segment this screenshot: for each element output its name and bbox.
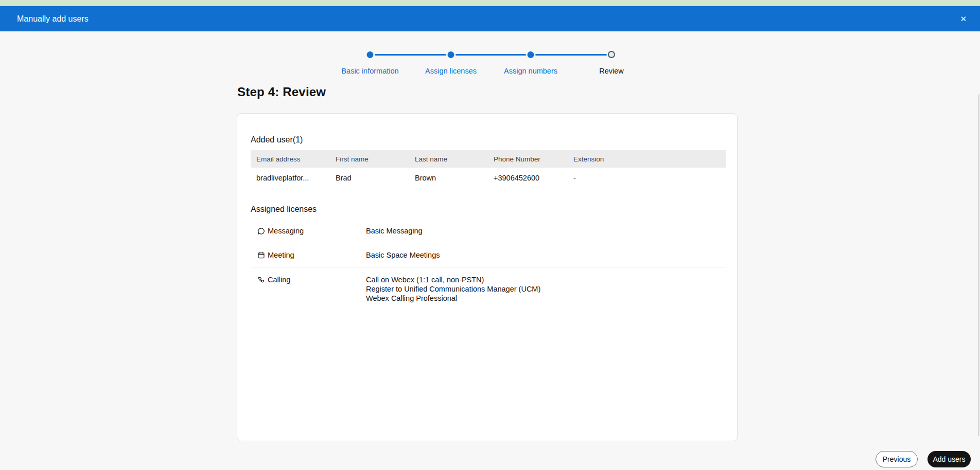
license-row-meeting: Meeting Basic Space Meetings	[251, 243, 726, 267]
column-header-email: Email address	[251, 150, 330, 168]
license-value: Register to Unified Communications Manag…	[366, 284, 540, 294]
license-row-calling: Calling Call on Webex (1:1 call, non-PST…	[251, 267, 726, 310]
cell-firstname: Brad	[330, 168, 409, 189]
step-label-review: Review	[599, 67, 624, 75]
table-header-row: Email address First name Last name Phone…	[251, 150, 726, 168]
cell-phone: +3906452600	[488, 168, 568, 189]
license-row-messaging: Messaging Basic Messaging	[251, 219, 726, 243]
top-accent-strip	[0, 0, 980, 6]
license-values: Basic Messaging	[366, 226, 423, 236]
step-label-assign-licenses[interactable]: Assign licenses	[425, 67, 477, 75]
column-header-extension: Extension	[568, 150, 726, 168]
step-dot-review	[608, 51, 615, 58]
license-value: Basic Messaging	[366, 226, 423, 236]
column-header-phone: Phone Number	[488, 150, 568, 168]
step-connector	[535, 54, 607, 56]
chat-icon	[257, 227, 265, 235]
license-label: Messaging	[268, 226, 304, 236]
license-value: Webex Calling Professional	[366, 294, 540, 303]
license-label: Meeting	[268, 250, 294, 260]
add-users-button[interactable]: Add users	[927, 451, 971, 467]
license-label: Calling	[268, 275, 290, 284]
license-list: Messaging Basic Messaging Meeting Basic …	[251, 219, 726, 310]
modal-header: Manually add users ✕	[0, 6, 980, 31]
modal-title: Manually add users	[17, 14, 89, 24]
step-label-basic-information[interactable]: Basic information	[341, 67, 398, 75]
column-header-firstname: First name	[330, 150, 409, 168]
previous-button[interactable]: Previous	[876, 451, 918, 467]
page-title: Step 4: Review	[237, 85, 326, 99]
step-dot-basic-information	[367, 51, 374, 58]
cell-email: bradliveplatfor...	[251, 168, 330, 189]
column-header-lastname: Last name	[409, 150, 488, 168]
close-icon[interactable]: ✕	[960, 15, 967, 23]
cell-extension: -	[568, 168, 726, 189]
license-value: Call on Webex (1:1 call, non-PSTN)	[366, 275, 540, 284]
added-users-title: Added user(1)	[251, 135, 303, 144]
scrollbar[interactable]	[978, 94, 979, 436]
step-connector	[375, 54, 446, 56]
license-values: Call on Webex (1:1 call, non-PSTN) Regis…	[366, 275, 540, 303]
phone-icon	[257, 276, 265, 284]
license-left-meeting: Meeting	[251, 250, 366, 260]
step-dot-assign-numbers	[528, 51, 534, 58]
license-values: Basic Space Meetings	[366, 250, 440, 260]
license-left-messaging: Messaging	[251, 226, 366, 236]
table-row: bradliveplatfor... Brad Brown +390645260…	[251, 168, 726, 189]
review-card: Added user(1) Email address First name L…	[237, 113, 738, 441]
license-left-calling: Calling	[251, 275, 366, 284]
calendar-icon	[257, 251, 265, 259]
step-connector	[456, 54, 526, 56]
added-users-table: Email address First name Last name Phone…	[251, 150, 726, 189]
step-label-assign-numbers[interactable]: Assign numbers	[504, 67, 557, 75]
cell-lastname: Brown	[409, 168, 488, 189]
assigned-licenses-title: Assigned licenses	[251, 205, 317, 214]
step-dot-assign-licenses	[448, 51, 454, 58]
license-value: Basic Space Meetings	[366, 250, 440, 260]
